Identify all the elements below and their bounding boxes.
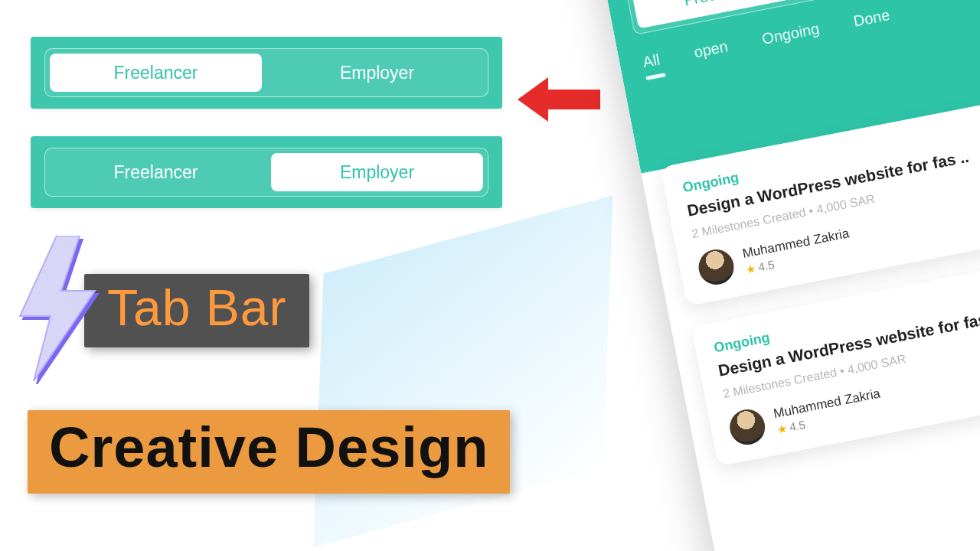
svg-marker-0 — [518, 77, 600, 122]
svg-marker-1 — [20, 236, 95, 381]
avatar — [727, 406, 768, 448]
demo-tab-bar-employer-active: Freelancer Employer — [31, 136, 502, 208]
filter-ongoing[interactable]: Ongoing — [760, 20, 822, 56]
star-icon: ★ — [776, 422, 788, 436]
phone-mockup: 52% Home Freelancer Employer All open On… — [590, 0, 980, 551]
arrow-icon — [518, 73, 602, 126]
filter-all[interactable]: All — [642, 51, 663, 79]
demo-tab-track: Freelancer Employer — [44, 148, 488, 197]
lightning-icon — [11, 236, 103, 381]
banner-tab-bar: Tab Bar — [84, 274, 309, 347]
tab-freelancer[interactable]: Freelancer — [45, 162, 266, 183]
filter-done[interactable]: Done — [852, 6, 893, 38]
avatar — [696, 246, 737, 288]
tab-employer[interactable]: Employer — [266, 63, 488, 83]
tab-freelancer[interactable]: Freelancer — [45, 63, 266, 83]
demo-tab-track: Freelancer Employer — [44, 48, 488, 97]
filter-open[interactable]: open — [693, 37, 731, 69]
tab-employer[interactable]: Employer — [266, 162, 488, 183]
decorative-shard — [313, 195, 612, 547]
banner-creative-design: Creative Design — [28, 410, 510, 494]
demo-tab-bar-freelancer-active: Freelancer Employer — [31, 37, 502, 109]
star-icon: ★ — [744, 261, 756, 276]
